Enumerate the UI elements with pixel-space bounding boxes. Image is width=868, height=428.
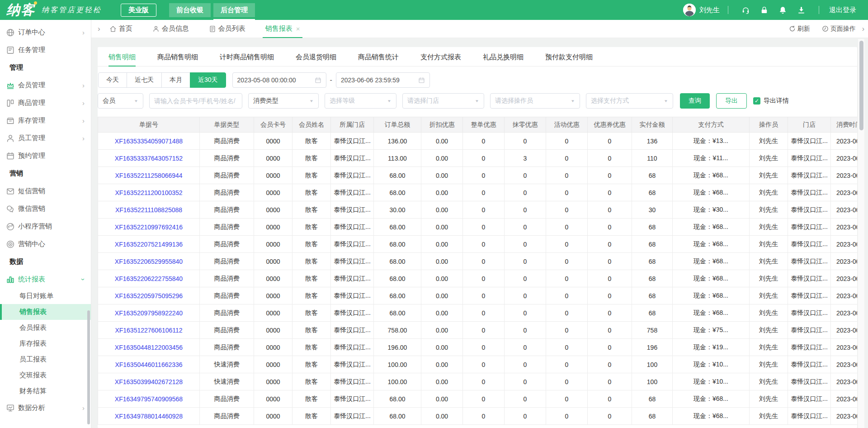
table-cell: 泰怿汉口江...: [788, 253, 831, 270]
sidebar-item-goods-mgmt[interactable]: 商品管理›: [0, 94, 91, 112]
backend-admin-button[interactable]: 后台管理: [213, 3, 255, 17]
edition-button[interactable]: 美业版: [121, 4, 156, 17]
sidebar-item-finance-settlement[interactable]: 财务结算: [0, 383, 91, 399]
table-cell: 2023-06-0: [831, 390, 858, 408]
quick-range-button-1[interactable]: 近七天: [127, 72, 162, 88]
refresh-button[interactable]: 刷新: [789, 25, 810, 33]
sidebar-item-inventory-mgmt[interactable]: 库存管理›: [0, 112, 91, 129]
table-cell: 0: [463, 201, 505, 219]
sidebar-item-marketing-center[interactable]: 营销中心: [0, 235, 91, 253]
order-no-cell: XF16352205975095296: [98, 287, 200, 304]
sidebar-item-order-center[interactable]: 订单中心›: [0, 24, 91, 41]
page-scrollbar-thumb[interactable]: [859, 41, 863, 130]
bell-icon[interactable]: [778, 6, 787, 14]
table-cell: 快速消费: [200, 373, 254, 390]
avatar[interactable]: [683, 4, 696, 16]
table-cell: 196: [632, 339, 673, 356]
end-date-input[interactable]: 2023-06-06 23:59:59: [336, 72, 430, 88]
order-no-link[interactable]: XF16352210997692416: [115, 224, 183, 231]
export-detail-checkbox[interactable]: ✓ 导出详情: [753, 97, 789, 105]
table-cell: 泰怿汉口江...: [788, 322, 831, 339]
sidebar-item-data-analysis[interactable]: 数据分析›: [0, 399, 91, 417]
tab-member-info[interactable]: 会员信息: [152, 20, 189, 38]
start-date-input[interactable]: 2023-05-08 00:00:00: [232, 72, 326, 88]
customer-service-icon[interactable]: [741, 6, 750, 14]
column-header: 门店: [788, 117, 831, 133]
quick-range-button-3[interactable]: 近30天: [190, 72, 226, 88]
sidebar-item-reservation-mgmt[interactable]: 预约管理: [0, 147, 91, 165]
sidebar-item-stats-report[interactable]: 统计报表›: [0, 271, 91, 288]
page-scrollbar[interactable]: [858, 39, 864, 428]
sidebar-item-staff-report[interactable]: 员工报表: [0, 352, 91, 367]
sidebar-item-shift-report[interactable]: 交班报表: [0, 367, 91, 383]
quick-range-button-2[interactable]: 本月: [161, 72, 190, 88]
front-cashier-button[interactable]: 前台收银: [169, 3, 211, 17]
tab-close-icon[interactable]: ×: [296, 25, 300, 33]
level-select[interactable]: 选择等级 ▼: [325, 93, 396, 109]
store-select[interactable]: 请选择门店 ▼: [402, 93, 484, 109]
sidebar-item-member-mgmt[interactable]: 会员管理›: [0, 76, 91, 94]
payment-select[interactable]: 选择支付方式 ▼: [586, 93, 673, 109]
table-cell: 泰怿汉口江...: [331, 270, 374, 287]
table-cell: 泰怿汉口江...: [788, 356, 831, 373]
query-button[interactable]: 查询: [680, 93, 710, 109]
chevron-right-icon[interactable]: ›: [862, 25, 864, 33]
order-no-link[interactable]: XF16352097958922240: [115, 309, 183, 317]
sidebar-collapse-icon[interactable]: ›: [94, 24, 104, 33]
sidebar-item-inventory-report[interactable]: 库存报表: [0, 336, 91, 352]
table-cell: 散客: [292, 133, 331, 150]
sidebar-item-daily-reconciliation[interactable]: 每日对账单: [0, 288, 91, 304]
sidebar-item-wechat-marketing[interactable]: 微信营销: [0, 200, 91, 218]
lock-icon[interactable]: [760, 6, 769, 14]
sidebar-scrollbar[interactable]: [87, 310, 90, 424]
order-no-link[interactable]: XF16352211200100352: [115, 189, 182, 196]
subtab-0[interactable]: 销售明细: [108, 47, 136, 67]
subtab-1[interactable]: 商品销售明细: [157, 47, 198, 67]
order-no-link[interactable]: XF16352211108825088: [115, 206, 182, 214]
page-operations-button[interactable]: 页面操作: [822, 25, 856, 33]
subtab-3[interactable]: 会员退货明细: [296, 47, 336, 67]
subtab-5[interactable]: 支付方式报表: [420, 47, 461, 67]
order-no-link[interactable]: XF16353354059071488: [115, 138, 183, 145]
export-button[interactable]: 导出: [716, 93, 747, 109]
sidebar-item-member-report[interactable]: 会员报表: [0, 320, 91, 336]
order-no-link[interactable]: XF16352206529955840: [115, 258, 183, 265]
tab-sales-report[interactable]: 销售报表×: [265, 20, 300, 38]
order-no-link[interactable]: XF16352207521499136: [115, 241, 183, 248]
subtab-4[interactable]: 商品销售统计: [358, 47, 399, 67]
order-no-link[interactable]: XF16350446011662336: [115, 361, 182, 368]
sidebar-item-staff-mgmt[interactable]: 员工管理›: [0, 129, 91, 147]
order-no-link[interactable]: XF16350448122003456: [115, 344, 183, 351]
sidebar-item-sms-marketing[interactable]: 短信营销: [0, 182, 91, 200]
download-icon[interactable]: [797, 6, 806, 14]
table-cell: 泰怿汉口江...: [788, 236, 831, 253]
subtab-7[interactable]: 预付款支付明细: [545, 47, 593, 67]
table-cell: 散客: [292, 287, 331, 304]
consume-type-select[interactable]: 消费类型 ▼: [248, 93, 319, 109]
order-no-link[interactable]: XF16352206222755840: [115, 275, 183, 282]
subtab-2[interactable]: 计时商品销售明细: [220, 47, 274, 67]
table-cell: 68: [632, 270, 673, 287]
sidebar-item-miniapp-marketing[interactable]: 小程序营销: [0, 218, 91, 235]
operator-select[interactable]: 请选择操作员 ▼: [490, 93, 580, 109]
order-no-link[interactable]: XF16353337643057152: [115, 155, 183, 162]
user-name[interactable]: 刘先生: [699, 6, 720, 14]
member-search-input[interactable]: [149, 93, 242, 109]
order-no-link[interactable]: XF16352205975095296: [115, 292, 183, 300]
order-no-link[interactable]: XF16349795740909568: [115, 395, 183, 403]
order-no-link[interactable]: XF16350399402672128: [115, 378, 183, 385]
tab-member-list[interactable]: 会员列表: [209, 20, 245, 38]
order-no-link[interactable]: XF16352211258066944: [115, 172, 182, 179]
subtab-6[interactable]: 礼品兑换明细: [483, 47, 524, 67]
quick-range-button-0[interactable]: 今天: [98, 72, 127, 88]
order-no-link[interactable]: XF16349788014460928: [115, 413, 183, 420]
table-cell: 0: [588, 270, 632, 287]
member-type-select[interactable]: 会员 ▼: [98, 93, 143, 109]
sidebar-item-task-mgmt[interactable]: 任务管理: [0, 41, 91, 59]
sidebar-item-sales-report[interactable]: 销售报表: [0, 304, 91, 320]
logout-button[interactable]: 退出登录: [829, 6, 856, 14]
table-cell: 现金：¥68...: [673, 270, 750, 287]
tab-home[interactable]: 首页: [109, 20, 132, 38]
order-no-link[interactable]: XF16351227606106112: [115, 327, 182, 334]
table-cell: 0000: [254, 201, 292, 219]
